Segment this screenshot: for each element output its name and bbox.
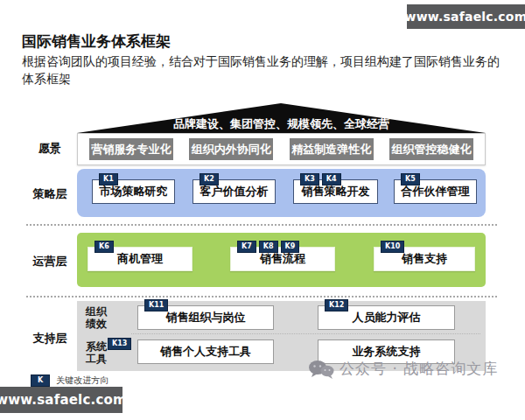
operations-box-label: 销售支持 xyxy=(402,251,447,267)
strategy-box: K2 客户价值分析 xyxy=(192,179,276,204)
wechat-watermark: 公众号 · 战略咨询文库 xyxy=(308,359,498,379)
key-badges: K6 xyxy=(94,241,114,253)
wechat-icon xyxy=(308,360,334,379)
support-row-performance: 组织绩效 K11 销售组织与岗位 K12 人员能力评估 xyxy=(77,301,486,334)
vision-item: 组织管控稳健化 xyxy=(389,138,473,160)
strategy-box-label: 合作伙伴管理 xyxy=(402,184,470,200)
strategy-box-label: 客户价值分析 xyxy=(200,184,269,200)
roof-vision-text: 品牌建设、集团管控、规模领先、全球经营 xyxy=(77,116,486,132)
support-box-label: 销售组织与岗位 xyxy=(166,310,246,326)
layer-label-strategy: 策略层 xyxy=(23,186,77,202)
vision-item: 组织内外协同化 xyxy=(189,138,273,160)
key-badge: K10 xyxy=(381,241,404,253)
layer-label-vision: 愿景 xyxy=(23,141,77,157)
operations-panel: K6 商机管理 K7K8K9 销售流程 K10 销售支持 xyxy=(77,233,486,287)
support-box-label: 销售个人支持工具 xyxy=(160,344,251,360)
operations-box: K6 商机管理 xyxy=(88,247,192,271)
key-badge: K3 xyxy=(300,173,319,186)
key-badge: K5 xyxy=(401,173,420,186)
operations-box: K7K8K9 销售流程 xyxy=(230,247,335,271)
page-title: 国际销售业务体系框架 xyxy=(22,32,171,52)
website-url-top: www.safaelc.com xyxy=(405,10,525,24)
key-badges: K1 xyxy=(99,173,118,186)
strategy-box: K5 合作伙伴管理 xyxy=(394,179,477,204)
support-box-label: 业务系统支持 xyxy=(353,344,421,360)
key-badge: K12 xyxy=(325,299,348,312)
legend-key-badge: K xyxy=(31,374,50,387)
roof-triangle: 品牌建设、集团管控、规模领先、全球经营 xyxy=(77,103,486,133)
key-badge: K1 xyxy=(99,173,118,186)
website-watermark-top: www.safaelc.com xyxy=(407,4,525,29)
wechat-watermark-text: 公众号 · 战略咨询文库 xyxy=(340,359,498,379)
operations-box-label: 商机管理 xyxy=(117,251,163,267)
key-badge: K13 xyxy=(108,338,131,350)
key-badge: K11 xyxy=(144,299,168,312)
key-badge: K7 xyxy=(237,241,256,253)
key-badge: K2 xyxy=(200,173,219,186)
operations-box-label: 销售流程 xyxy=(260,251,305,267)
strategy-box: K3K4 销售策略开发 xyxy=(293,179,378,204)
support-box: K11 销售组织与岗位 xyxy=(137,305,274,330)
support-box: K12 人员能力评估 xyxy=(318,305,455,330)
support-box: 销售个人支持工具 xyxy=(137,340,274,364)
key-badges: K11 xyxy=(144,299,168,312)
page-subtitle: 根据咨询团队的项目经验，结合对于国际销售业务的理解，项目组构建了国际销售业务的体… xyxy=(22,52,505,88)
key-badges: K5 xyxy=(401,173,420,186)
key-badge: K8 xyxy=(259,241,278,253)
operations-box: K10 销售支持 xyxy=(374,247,475,271)
legend-label: 关键改进方向 xyxy=(56,374,108,387)
support-sublabel: 系统工具 xyxy=(86,340,110,365)
layer-label-operations: 运营层 xyxy=(23,254,77,270)
support-box-label: 人员能力评估 xyxy=(353,310,421,326)
strategy-box: K1 市场策略研究 xyxy=(92,179,175,204)
key-badge: K9 xyxy=(281,241,300,253)
key-badges: K12 xyxy=(325,299,348,312)
support-inner-separator xyxy=(131,333,480,334)
layer-label-support: 支持层 xyxy=(23,331,77,346)
key-badges: K10 xyxy=(381,241,404,253)
key-badge: K4 xyxy=(322,173,341,186)
strategy-box-label: 市场策略研究 xyxy=(100,184,168,200)
vision-panel: 营销服务专业化 组织内外协同化 精益制造弹性化 组织管控稳健化 xyxy=(77,133,486,165)
layer-separator xyxy=(26,296,497,298)
vision-item: 营销服务专业化 xyxy=(89,138,173,160)
website-url-bottom: www.safaelc.com xyxy=(0,392,127,408)
support-sublabel: 组织绩效 xyxy=(86,305,110,330)
legend: K 关键改进方向 xyxy=(31,374,108,387)
vision-item: 精益制造弹性化 xyxy=(290,138,374,160)
key-badges: K7K8K9 xyxy=(237,241,299,253)
slide-canvas: www.safaelc.com 国际销售业务体系框架 根据咨询团队的项目经验，结… xyxy=(0,0,525,420)
key-badges: K2 xyxy=(200,173,219,186)
strategy-box-label: 销售策略开发 xyxy=(302,184,370,200)
layer-separator xyxy=(26,224,497,226)
key-badge: K6 xyxy=(94,241,114,253)
strategy-panel: K1 市场策略研究 K2 客户价值分析 K3K4 销售策略开发 K5 合作伙伴管… xyxy=(77,169,486,217)
key-badges: K3K4 xyxy=(300,173,341,186)
website-watermark-bottom: www.safaelc.com xyxy=(0,387,122,413)
